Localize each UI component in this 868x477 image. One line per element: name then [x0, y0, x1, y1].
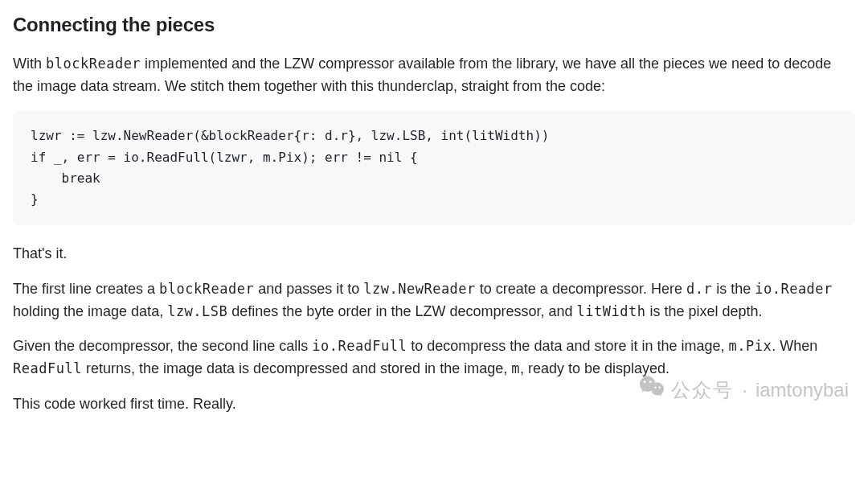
paragraph-3: Given the decompressor, the second line …	[13, 335, 855, 380]
intro-paragraph: With blockReader implemented and the LZW…	[13, 53, 855, 98]
text: Given the decompressor, the second line …	[13, 338, 312, 354]
inline-code: io.Reader	[755, 281, 833, 297]
inline-code: m	[511, 360, 520, 376]
text: The first line creates a	[13, 281, 159, 297]
text: defines the byte order in the LZW decomp…	[227, 303, 576, 319]
text: is the	[712, 281, 755, 297]
inline-code: blockReader	[46, 56, 141, 72]
inline-code: litWidth	[577, 303, 646, 319]
text: and passes it to	[254, 281, 363, 297]
text: is the pixel depth.	[645, 303, 762, 319]
inline-code: io.ReadFull	[312, 338, 407, 354]
inline-code: ReadFull	[13, 360, 82, 376]
text: . When	[772, 338, 817, 354]
code-block: lzwr := lzw.NewReader(&blockReader{r: d.…	[13, 111, 855, 225]
inline-code: blockReader	[159, 281, 254, 297]
text: returns, the image data is decompressed …	[82, 360, 511, 376]
inline-code: lzw.NewReader	[363, 281, 476, 297]
svg-point-4	[655, 386, 657, 388]
thats-it-paragraph: That's it.	[13, 243, 855, 265]
text: holding the image data,	[13, 303, 167, 319]
svg-point-5	[659, 386, 661, 388]
svg-point-2	[644, 380, 646, 383]
inline-code: lzw.LSB	[167, 303, 227, 319]
paragraph-4: This code worked first time. Really.	[13, 393, 855, 416]
paragraph-2: The first line creates a blockReader and…	[13, 278, 855, 323]
svg-point-3	[649, 380, 652, 383]
text: to create a decompressor. Here	[476, 281, 686, 297]
inline-code: m.Pix	[729, 338, 772, 354]
text: With	[13, 56, 46, 72]
text: , ready to be displayed.	[520, 360, 669, 376]
inline-code: d.r	[686, 281, 712, 297]
section-heading: Connecting the pieces	[13, 10, 855, 40]
text: to decompress the data and store it in t…	[407, 338, 728, 354]
